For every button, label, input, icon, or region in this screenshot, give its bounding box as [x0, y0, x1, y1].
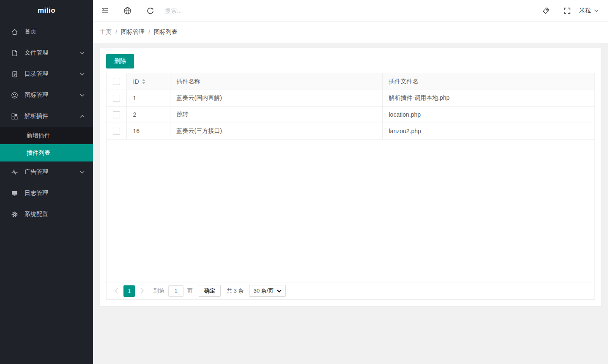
gear-icon	[11, 211, 18, 218]
file-icon	[11, 49, 18, 57]
confirm-button[interactable]: 确定	[199, 285, 221, 297]
collapse-menu-icon[interactable]	[93, 0, 116, 21]
table-row: 16 蓝奏云(三方接口) lanzou2.php	[107, 123, 594, 140]
sidebar-item-label: 广告管理	[25, 168, 80, 176]
column-header-name: 插件名称	[170, 73, 382, 90]
table-body: 1 蓝奏云(国内直解) 解析插件-调用本地.php 2 跳转 location.…	[107, 90, 594, 140]
page-size-select[interactable]: 30 条/页	[249, 285, 286, 297]
plugin-table: ID 插件名称 插件文件名 1 蓝奏云(国内直解) 解析插件-调用本地.php …	[106, 73, 595, 300]
cell-plugin-name: 蓝奏云(国内直解)	[170, 90, 382, 107]
row-checkbox[interactable]	[113, 95, 120, 102]
cell-plugin-file: lanzou2.php	[382, 123, 594, 140]
cell-id: 2	[126, 107, 170, 123]
sidebar-item-label: 目录管理	[25, 70, 80, 78]
home-icon	[11, 28, 18, 36]
goto-label: 到第	[153, 287, 164, 295]
ad-pulse-icon	[11, 169, 18, 176]
sidebar-item-label: 解析插件	[25, 112, 80, 120]
pagination: 1 到第 页 确定 共 3 条 30 条/页	[107, 282, 594, 299]
tag-icon[interactable]	[535, 0, 556, 21]
page-number-current[interactable]: 1	[123, 285, 135, 297]
next-page-icon[interactable]	[139, 285, 145, 296]
chevron-down-icon	[80, 171, 85, 174]
chevron-down-icon	[80, 73, 85, 76]
breadcrumb-separator: /	[115, 29, 117, 36]
topbar: 米粒	[93, 0, 608, 22]
table-row: 1 蓝奏云(国内直解) 解析插件-调用本地.php	[107, 90, 594, 107]
username: 米粒	[579, 7, 591, 14]
total-count: 共 3 条	[227, 287, 244, 295]
column-header-id: ID	[133, 78, 139, 85]
page-size-value: 30 条/页	[253, 287, 274, 295]
column-header-file: 插件文件名	[382, 73, 594, 90]
cell-plugin-name: 跳转	[170, 107, 382, 123]
catalog-icon	[11, 71, 18, 78]
prev-page-icon[interactable]	[113, 285, 120, 296]
table-header-row: ID 插件名称 插件文件名	[107, 73, 594, 90]
sidebar-item-label: 文件管理	[25, 49, 80, 57]
submenu-plugin: 新增插件插件列表	[0, 127, 93, 161]
refresh-icon[interactable]	[139, 0, 162, 21]
topbar-right: 米粒	[535, 0, 608, 21]
plugin-list-card: 删除 ID 插件名称	[100, 48, 601, 306]
sidebar-nav: 首页文件管理目录管理图标管理解析插件新增插件插件列表广告管理日志管理系统配置	[0, 21, 93, 364]
sidebar-subitem-plugin-add[interactable]: 新增插件	[0, 127, 93, 144]
cell-id: 16	[126, 123, 170, 140]
sidebar-item-label: 首页	[25, 28, 85, 36]
chevron-down-icon	[277, 290, 282, 293]
sidebar-item-ad[interactable]: 广告管理	[0, 161, 93, 183]
select-all-checkbox[interactable]	[113, 78, 120, 85]
sidebar-item-catalog[interactable]: 目录管理	[0, 63, 93, 85]
app-logo: milio	[0, 0, 93, 21]
page-unit-label: 页	[187, 287, 193, 295]
chevron-up-icon	[80, 115, 85, 118]
content-area: 删除 ID 插件名称	[93, 43, 608, 364]
sort-icon[interactable]	[142, 79, 145, 84]
cell-plugin-name: 蓝奏云(三方接口)	[170, 123, 382, 140]
chevron-down-icon	[594, 9, 599, 12]
plugin-icon	[11, 113, 18, 120]
monitor-icon	[11, 190, 18, 197]
cell-id: 1	[126, 90, 170, 107]
sidebar: milio 首页文件管理目录管理图标管理解析插件新增插件插件列表广告管理日志管理…	[0, 0, 93, 364]
sidebar-item-label: 图标管理	[25, 91, 80, 99]
chevron-down-icon	[80, 94, 85, 97]
sidebar-subitem-plugin-list[interactable]: 插件列表	[0, 144, 93, 161]
row-checkbox[interactable]	[113, 111, 120, 118]
table-empty-space	[107, 140, 594, 282]
sidebar-item-log[interactable]: 日志管理	[0, 183, 93, 204]
breadcrumb: 主页 / 图标管理 / 图标列表	[93, 22, 608, 43]
breadcrumb-home[interactable]: 主页	[100, 28, 112, 36]
sidebar-item-home[interactable]: 首页	[0, 21, 93, 42]
sidebar-item-label: 系统配置	[25, 211, 85, 218]
search-input[interactable]	[165, 7, 258, 14]
delete-button[interactable]: 删除	[106, 54, 134, 68]
sidebar-item-icon[interactable]: 图标管理	[0, 85, 93, 106]
breadcrumb-separator: /	[148, 29, 150, 36]
sidebar-item-system[interactable]: 系统配置	[0, 204, 93, 225]
sidebar-item-file[interactable]: 文件管理	[0, 42, 93, 63]
breadcrumb-current: 图标列表	[154, 28, 178, 36]
cell-plugin-file: location.php	[382, 107, 594, 123]
sidebar-item-plugin[interactable]: 解析插件	[0, 106, 93, 127]
sidebar-item-label: 日志管理	[25, 189, 85, 197]
fullscreen-icon[interactable]	[556, 0, 578, 21]
chevron-down-icon	[80, 52, 85, 55]
goto-page-input[interactable]	[168, 285, 183, 297]
breadcrumb-section: 图标管理	[121, 28, 145, 36]
cell-plugin-file: 解析插件-调用本地.php	[382, 90, 594, 107]
main-area: 米粒 主页 / 图标管理 / 图标列表 删除	[93, 0, 608, 364]
smiley-icon	[11, 92, 18, 99]
row-checkbox[interactable]	[113, 128, 120, 135]
table-row: 2 跳转 location.php	[107, 107, 594, 123]
user-menu[interactable]: 米粒	[578, 7, 600, 14]
globe-icon[interactable]	[116, 0, 139, 21]
